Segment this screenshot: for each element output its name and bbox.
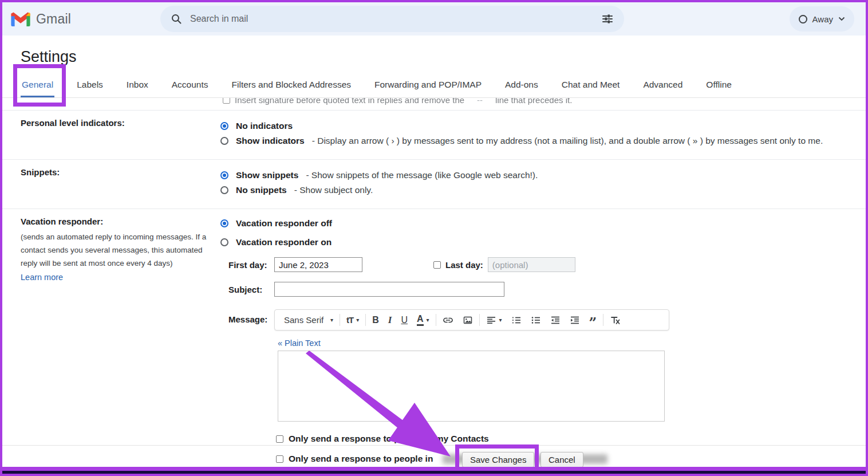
gmail-m-icon	[10, 11, 31, 27]
message-body-textarea[interactable]	[278, 351, 665, 422]
insert-image-button[interactable]	[458, 310, 478, 330]
status-label: Away	[812, 14, 833, 24]
clipped-text-1: Insert signature before quoted text in r…	[235, 98, 464, 105]
font-size-icon: tT	[346, 315, 353, 325]
chevron-down-icon: ▾	[427, 317, 429, 323]
radio-vacation-on[interactable]	[220, 238, 228, 246]
option-no-indicators[interactable]: No indicators	[220, 121, 866, 131]
radio-no-indicators[interactable]	[220, 122, 228, 130]
tab-labels[interactable]: Labels	[76, 75, 104, 97]
save-changes-button[interactable]: Save Changes	[462, 452, 534, 467]
insert-image-icon	[463, 315, 473, 325]
clipped-text-2: line that precedes it.	[495, 98, 572, 105]
bulleted-list-button[interactable]	[526, 310, 546, 330]
toolbar-divider	[603, 314, 603, 326]
quote-button[interactable]: ”	[585, 313, 602, 333]
remove-formatting-button[interactable]	[605, 310, 625, 330]
tab-offline[interactable]: Offline	[705, 75, 733, 97]
last-day-input[interactable]	[488, 257, 575, 272]
page-title: Settings	[21, 48, 866, 66]
last-day-checkbox[interactable]	[433, 261, 441, 269]
taskbar-strip	[0, 471, 868, 476]
message-row: Message: Sans Serif ▾ tT ▾ B	[228, 309, 866, 422]
tab-accounts[interactable]: Accounts	[171, 75, 210, 97]
top-header: Gmail Search in mail Away	[2, 2, 866, 36]
align-button[interactable]: ▾	[482, 310, 507, 330]
toolbar-divider	[436, 314, 436, 326]
radio-show-snippets[interactable]	[220, 171, 228, 179]
subject-label: Subject:	[228, 285, 274, 294]
clipped-signature-row: Insert signature before quoted text in r…	[2, 98, 866, 110]
row-vacation-responder: Vacation responder: (sends an automated …	[2, 209, 866, 464]
search-input[interactable]: Search in mail	[160, 6, 624, 32]
availability-status[interactable]: Away	[790, 6, 854, 32]
tab-forwarding[interactable]: Forwarding and POP/IMAP	[373, 75, 483, 97]
message-label: Message:	[228, 309, 274, 324]
align-left-icon	[486, 315, 496, 325]
indent-more-button[interactable]	[565, 310, 585, 330]
chevron-down-icon: ▾	[499, 317, 502, 323]
search-placeholder: Search in mail	[190, 14, 601, 24]
radio-vacation-off[interactable]	[220, 219, 228, 227]
plain-text-link[interactable]: « Plain Text	[278, 339, 321, 348]
contacts-only-checkbox[interactable]	[276, 435, 283, 443]
numbered-list-icon	[511, 315, 522, 325]
first-day-row: First day: Last day:	[228, 257, 866, 272]
search-options-icon[interactable]	[601, 13, 614, 25]
settings-tabbar: General Labels Inbox Accounts Filters an…	[2, 75, 866, 98]
option-no-snippets[interactable]: No snippets - Show subject only.	[220, 185, 866, 195]
font-size-button[interactable]: tT ▾	[342, 310, 364, 330]
last-day-label: Last day:	[445, 260, 483, 270]
row-snippets: Snippets: Show snippets - Show snippets …	[2, 159, 866, 209]
pli-label: Personal level indicators:	[21, 118, 220, 128]
formatting-toolbar: Sans Serif ▾ tT ▾ B I U A	[274, 309, 669, 331]
text-color-button[interactable]: A ▾	[412, 310, 434, 330]
option-vacation-off[interactable]: Vacation responder off	[220, 218, 866, 229]
indent-less-button[interactable]	[546, 310, 565, 330]
gmail-wordmark: Gmail	[36, 11, 71, 27]
option-vacation-on[interactable]: Vacation responder on	[220, 237, 866, 247]
bold-button[interactable]: B	[368, 310, 384, 330]
settings-main: Settings General Labels Inbox Accounts F…	[2, 36, 866, 464]
chevron-down-icon	[838, 17, 845, 21]
subject-row: Subject:	[228, 282, 866, 297]
numbered-list-button[interactable]	[507, 310, 526, 330]
tab-inbox[interactable]: Inbox	[125, 75, 149, 97]
search-icon	[171, 13, 182, 25]
row-personal-level-indicators: Personal level indicators: No indicators…	[2, 110, 866, 159]
first-day-label: First day:	[228, 260, 274, 270]
option-show-snippets[interactable]: Show snippets - Show snippets of the mes…	[220, 170, 866, 180]
indent-less-icon	[550, 315, 561, 325]
insert-link-icon	[443, 315, 453, 325]
toolbar-divider	[340, 314, 340, 326]
tab-filters[interactable]: Filters and Blocked Addresses	[231, 75, 353, 97]
chevron-down-icon: ▾	[356, 317, 359, 323]
tab-general[interactable]: General	[21, 75, 54, 97]
away-status-icon	[799, 15, 807, 23]
font-family-dropdown[interactable]: Sans Serif ▾	[279, 310, 338, 330]
first-day-input[interactable]	[274, 257, 362, 272]
vacation-description: (sends an automated reply to incoming me…	[21, 231, 212, 270]
contacts-only-option[interactable]: Only send a response to people in my Con…	[276, 434, 866, 444]
option-show-indicators[interactable]: Show indicators - Display an arrow ( › )…	[220, 136, 866, 146]
toolbar-divider	[479, 314, 480, 326]
tab-addons[interactable]: Add-ons	[504, 75, 539, 97]
gmail-logo[interactable]: Gmail	[10, 11, 71, 27]
cancel-button[interactable]: Cancel	[540, 452, 583, 467]
bulleted-list-icon	[531, 315, 541, 325]
subject-input[interactable]	[274, 282, 504, 297]
clipped-text-sep: --	[469, 98, 491, 105]
tab-chat-meet[interactable]: Chat and Meet	[561, 75, 621, 97]
insert-link-button[interactable]	[438, 310, 458, 330]
toolbar-divider	[365, 314, 366, 326]
indent-more-icon	[570, 315, 580, 325]
tab-advanced[interactable]: Advanced	[642, 75, 684, 97]
signature-checkbox[interactable]	[223, 98, 230, 104]
italic-button[interactable]: I	[384, 310, 397, 330]
learn-more-link[interactable]: Learn more	[21, 273, 63, 282]
radio-no-snippets[interactable]	[220, 186, 228, 194]
chevron-down-icon: ▾	[330, 317, 333, 323]
radio-show-indicators[interactable]	[220, 137, 228, 145]
underline-button[interactable]: U	[396, 310, 412, 330]
snippets-label: Snippets:	[21, 167, 220, 177]
